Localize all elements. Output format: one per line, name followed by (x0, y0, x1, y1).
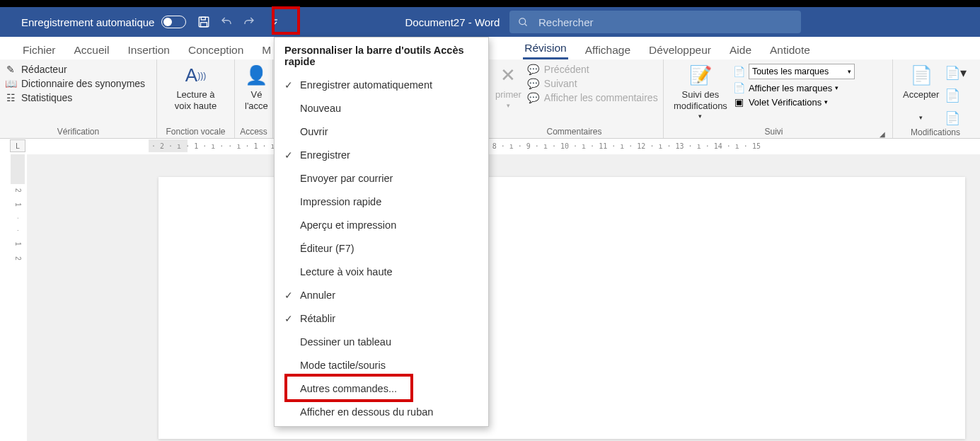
prev-comment-button: 💬Précédent (527, 64, 658, 75)
redo-icon[interactable] (240, 13, 258, 31)
next-icon: 💬 (527, 78, 540, 89)
menu-item-label: Enregistrer automatiquement (300, 79, 432, 91)
check-icon: ✓ (284, 313, 300, 324)
menu-item-2[interactable]: Ouvrir (275, 120, 488, 143)
tab-revision[interactable]: Révision (523, 39, 567, 59)
menu-item-8[interactable]: Lecture à voix haute (275, 260, 488, 283)
show-markup-button[interactable]: 📄Afficher les marques ▾ (733, 82, 855, 93)
menu-item-9[interactable]: ✓Annuler (275, 283, 488, 307)
pane-icon: ▣ (733, 96, 746, 108)
check-icon: ✓ (284, 149, 300, 161)
search-placeholder: Rechercher (538, 16, 594, 28)
menu-item-14[interactable]: Afficher en dessous du ruban (275, 400, 488, 423)
group-label-verification: Vérification (4, 125, 152, 138)
menu-item-12[interactable]: Mode tactile/souris (275, 353, 488, 377)
autosave-label: Enregistrement automatique (21, 16, 154, 28)
svg-rect-2 (201, 23, 207, 27)
menu-item-label: Aperçu et impression (300, 219, 396, 231)
document-area (27, 154, 980, 441)
menu-item-label: Envoyer par courrier (300, 173, 393, 184)
reviewing-pane-button[interactable]: ▣Volet Vérifications ▾ (733, 96, 855, 108)
customize-qat-button[interactable] (263, 8, 287, 36)
menu-item-label: Impression rapide (300, 196, 381, 207)
title-bar: Enregistrement automatique Document27 - … (0, 7, 980, 37)
quick-access-toolbar (195, 8, 287, 36)
dropdown-title: Personnaliser la barre d'outils Accès ra… (275, 38, 488, 73)
menu-item-label: Afficher en dessous du ruban (300, 406, 433, 418)
next-change-icon[interactable]: 📄 (945, 110, 967, 126)
menu-item-label: Mode tactile/souris (300, 360, 386, 371)
search-input[interactable]: Rechercher (509, 11, 801, 33)
menu-item-4[interactable]: Envoyer par courrier (275, 166, 488, 190)
delete-comment-button[interactable]: ✕ primer▾ (490, 62, 527, 110)
vertical-ruler[interactable]: 2 1 · · 1 2 (11, 154, 25, 441)
undo-icon[interactable] (217, 13, 236, 31)
prev-icon: 💬 (527, 64, 540, 75)
statistics-button[interactable]: ☷Statistiques (4, 92, 145, 103)
accept-icon: 📄 (910, 64, 933, 88)
menu-item-6[interactable]: Aperçu et impression (275, 213, 488, 236)
menu-item-7[interactable]: Éditeur (F7) (275, 236, 488, 260)
track-icon: 📝 (689, 64, 712, 88)
menu-item-label: Dessiner un tableau (300, 336, 391, 348)
accept-button[interactable]: 📄 Accepter▾ (897, 62, 945, 123)
menu-item-13[interactable]: Autres commandes... (275, 377, 488, 400)
book-icon: 📖 (4, 78, 17, 89)
group-label-commentaires: Commentaires (490, 125, 659, 138)
prev-change-icon[interactable]: 📄 (945, 88, 967, 103)
tab-developpeur[interactable]: Développeur (647, 41, 713, 59)
tab-fichier[interactable]: Fichier (21, 41, 57, 59)
ruler-corner: L (10, 139, 25, 152)
next-comment-button: 💬Suivant (527, 78, 658, 89)
menu-item-0[interactable]: ✓Enregistrer automatiquement (275, 73, 488, 96)
menu-item-label: Enregistrer (300, 149, 350, 161)
group-label-vocale: Fonction vocale (161, 125, 230, 138)
ribbon-tabs: Fichier Accueil Insertion Conception M R… (0, 37, 980, 59)
toggle-icon[interactable] (161, 16, 186, 28)
thesaurus-button[interactable]: 📖Dictionnaire des synonymes (4, 78, 145, 89)
menu-item-5[interactable]: Impression rapide (275, 190, 488, 213)
tab-m[interactable]: M (260, 41, 272, 59)
stats-icon: ☷ (4, 92, 17, 103)
menu-item-label: Rétablir (300, 313, 335, 324)
tab-conception[interactable]: Conception (187, 41, 245, 59)
menu-item-label: Autres commandes... (300, 383, 397, 394)
read-aloud-button[interactable]: A))) Lecture à voix haute (169, 62, 222, 113)
autosave-toggle[interactable]: Enregistrement automatique (0, 16, 186, 28)
pen-icon: ✎ (4, 64, 17, 75)
check-icon: ✓ (284, 79, 300, 91)
tab-accueil[interactable]: Accueil (73, 41, 111, 59)
show-icon: 💬 (527, 92, 540, 103)
customize-qat-menu: Personnaliser la barre d'outils Accès ra… (274, 37, 489, 427)
menu-item-label: Nouveau (300, 103, 341, 114)
reject-icon[interactable]: 📄▾ (945, 65, 967, 81)
menu-item-label: Lecture à voix haute (300, 266, 393, 277)
check-icon: ✓ (284, 290, 300, 301)
track-changes-button[interactable]: 📝 Suivi des modifications▾ (668, 62, 733, 122)
group-label-suivi: Suivi (668, 125, 880, 138)
menu-item-10[interactable]: ✓Rétablir (275, 307, 488, 330)
save-icon[interactable] (195, 13, 213, 31)
markup-dropdown[interactable]: 📄Toutes les marques▾ (733, 64, 855, 79)
group-label-modifications: Modifications (897, 126, 974, 139)
show-comments-button: 💬Afficher les commentaires (527, 92, 658, 103)
menu-item-label: Ouvrir (300, 126, 328, 137)
redacteur-button[interactable]: ✎Rédacteur (4, 64, 145, 75)
tab-antidote[interactable]: Antidote (768, 41, 812, 59)
accessibility-button[interactable]: 👤Vé l'acce (239, 62, 273, 113)
search-icon (518, 17, 529, 28)
tab-aide[interactable]: Aide (728, 41, 753, 59)
dialog-launcher-icon[interactable]: ◢ (880, 130, 888, 138)
menu-item-11[interactable]: Dessiner un tableau (275, 330, 488, 353)
document-title: Document27 - Word (405, 16, 500, 28)
tab-insertion[interactable]: Insertion (126, 41, 171, 59)
svg-rect-1 (202, 17, 206, 20)
menu-item-label: Annuler (300, 290, 335, 301)
doc-icon: 📄 (733, 66, 746, 77)
menu-item-1[interactable]: Nouveau (275, 96, 488, 120)
accessibility-icon: 👤 (245, 64, 267, 88)
menu-item-3[interactable]: ✓Enregistrer (275, 143, 488, 166)
tab-affichage[interactable]: Affichage (584, 41, 632, 59)
ribbon: ✎Rédacteur 📖Dictionnaire des synonymes ☷… (0, 59, 980, 139)
svg-point-4 (519, 18, 526, 24)
